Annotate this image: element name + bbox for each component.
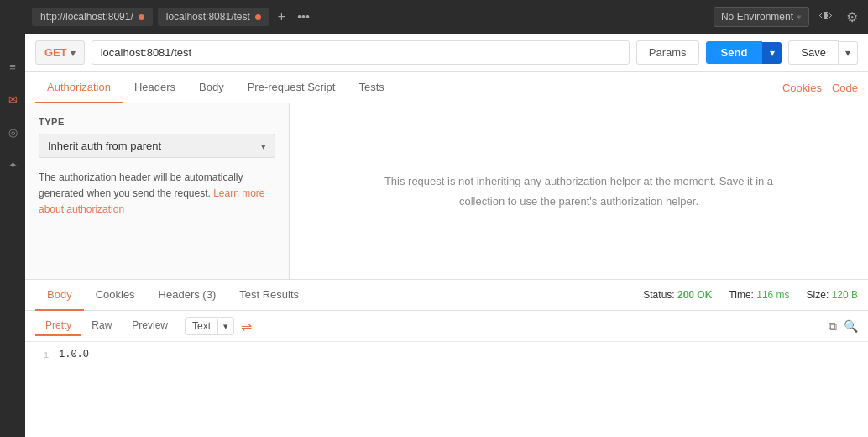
top-bar-right: No Environment 👁 ⚙ (714, 7, 861, 27)
line-number: 1 (25, 349, 59, 361)
status-value: 200 OK (677, 289, 712, 301)
main-content: TYPE Inherit auth from parent The author… (25, 103, 868, 280)
method-chevron-icon (71, 46, 76, 59)
fmt-select-chevron-icon[interactable]: ▾ (217, 319, 233, 334)
type-select[interactable]: Inherit auth from parent (39, 134, 275, 158)
helper-message: This request is not inheriting any autho… (369, 171, 789, 211)
url-input[interactable] (92, 40, 630, 65)
save-dropdown-button[interactable]: ▾ (839, 41, 858, 65)
tab-tests[interactable]: Tests (347, 72, 395, 103)
text-format-select[interactable]: Text ▾ (185, 317, 234, 335)
env-label: No Environment (721, 11, 793, 23)
request-tabs: Authorization Headers Body Pre-request S… (25, 72, 868, 103)
app-wrapper: http://localhost:8091/ localhost:8081/te… (25, 0, 868, 367)
fmt-select-label: Text (186, 318, 217, 334)
resp-tab-body[interactable]: Body (35, 280, 84, 311)
add-tab-button[interactable]: + (275, 9, 289, 24)
type-value: Inherit auth from parent (48, 140, 161, 152)
sidebar-icon-settings[interactable]: ✦ (8, 159, 18, 171)
auth-description: The authorization header will be automat… (39, 170, 275, 218)
code-line: 1 1.0.0 (25, 349, 868, 361)
save-button[interactable]: Save (788, 40, 839, 65)
req-tab-right-links: Cookies Code (782, 82, 858, 94)
gear-icon-button[interactable]: ⚙ (843, 8, 861, 27)
tab-url-2-label: localhost:8081/test (166, 11, 250, 23)
sidebar-icon-menu[interactable]: ≡ (9, 61, 16, 73)
time-label-text: Time: 116 ms (729, 289, 789, 301)
time-value: 116 ms (756, 289, 789, 301)
save-button-group: Save ▾ (788, 40, 858, 65)
env-chevron-icon (797, 11, 802, 23)
tab-url-1-dot (139, 14, 144, 20)
response-area: Body Cookies Headers (3) Test Results St… (25, 280, 868, 367)
tab-authorization[interactable]: Authorization (35, 72, 123, 103)
more-tabs-button[interactable]: ••• (294, 10, 313, 24)
copy-icon[interactable]: ⧉ (829, 319, 837, 334)
method-select[interactable]: GET (35, 40, 85, 65)
sidebar-icon-request[interactable]: ✉ (8, 93, 18, 106)
sidebar-icon-collections[interactable]: ◎ (8, 126, 18, 139)
size-value: 120 B (832, 289, 858, 301)
sidebar: ≡ ✉ ◎ ✦ (0, 0, 25, 367)
tab-body[interactable]: Body (187, 72, 236, 103)
send-dropdown-button[interactable]: ▾ (762, 42, 782, 64)
tab-url-1-label: http://localhost:8091/ (40, 11, 133, 23)
resp-tab-test-results[interactable]: Test Results (227, 280, 311, 311)
format-icon[interactable]: ⇌ (241, 319, 252, 334)
auth-right-panel: This request is not inheriting any autho… (290, 103, 868, 279)
send-button-group: Send ▾ (706, 41, 782, 64)
response-tabs-bar: Body Cookies Headers (3) Test Results St… (25, 280, 868, 311)
resp-toolbar-right: ⧉ 🔍 (829, 319, 858, 334)
resp-tab-headers[interactable]: Headers (3) (147, 280, 228, 311)
url-bar: GET Params Send ▾ Save ▾ (25, 34, 868, 72)
tab-headers[interactable]: Headers (123, 72, 187, 103)
search-icon[interactable]: 🔍 (844, 319, 858, 334)
fmt-tab-preview[interactable]: Preview (122, 316, 178, 336)
params-button[interactable]: Params (636, 40, 699, 65)
line-content: 1.0.0 (59, 349, 89, 361)
top-bar: http://localhost:8091/ localhost:8081/te… (25, 0, 868, 34)
fmt-tab-pretty[interactable]: Pretty (35, 316, 81, 336)
method-label: GET (44, 46, 67, 59)
auth-left-panel: TYPE Inherit auth from parent The author… (25, 103, 290, 279)
environment-select[interactable]: No Environment (714, 7, 809, 27)
resp-toolbar: Pretty Raw Preview Text ▾ ⇌ ⧉ 🔍 (25, 311, 868, 342)
send-button[interactable]: Send (706, 41, 763, 64)
code-link[interactable]: Code (832, 82, 858, 94)
tab-pre-request-script[interactable]: Pre-request Script (236, 72, 348, 103)
tab-url-2[interactable]: localhost:8081/test (158, 8, 269, 26)
resp-status: Status: 200 OK Time: 116 ms Size: 120 B (643, 289, 858, 301)
eye-icon-button[interactable]: 👁 (816, 8, 836, 26)
size-label-text: Size: 120 B (807, 289, 858, 301)
fmt-tab-raw[interactable]: Raw (81, 316, 122, 336)
cookies-link[interactable]: Cookies (782, 82, 822, 94)
type-label: TYPE (39, 117, 275, 127)
tab-url-1[interactable]: http://localhost:8091/ (32, 8, 153, 26)
resp-tab-cookies[interactable]: Cookies (84, 280, 147, 311)
status-label-text: Status: 200 OK (643, 289, 712, 301)
tab-url-2-dot (255, 14, 261, 20)
code-area: 1 1.0.0 (25, 342, 868, 367)
type-chevron-icon (261, 140, 266, 152)
